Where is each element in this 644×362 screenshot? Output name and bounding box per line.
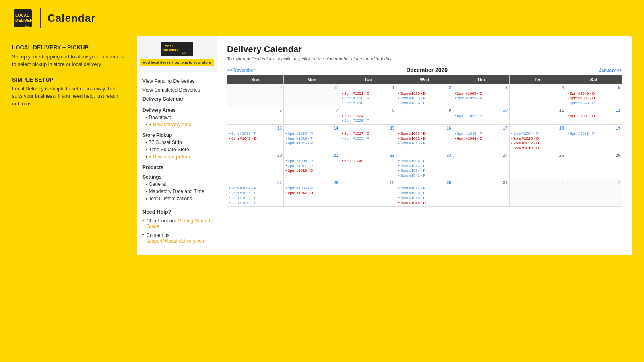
calendar-cell: 1• 2pm #1001 - D• 2pm #1020 - P• 6pm #10…	[340, 84, 396, 107]
calendar-cell: 18• 2pm #1004 - P• 2pm #1025 - D• 2pm #1…	[509, 125, 566, 152]
local-delivery-text: Set up your shopping cart to allow your …	[12, 53, 125, 68]
delivery-item: • 2pm #1024 - D	[342, 113, 394, 118]
timesquare-link[interactable]: Time Square Store	[149, 147, 189, 152]
calendar-cell: 9	[396, 107, 453, 125]
calendar-day-number-link[interactable]: 27	[229, 181, 282, 185]
calendar-day-number-link[interactable]: 21	[285, 153, 338, 158]
calendar-day-number-link[interactable]: 10	[455, 108, 508, 113]
delivery-item: • 2pm #1005 - D	[455, 91, 508, 95]
nav-subitem-new-delivery: • + New delivery area	[142, 121, 211, 128]
calendar-day-number: 25	[511, 153, 564, 158]
simple-setup-text: Local Delivery is simple to set up in a …	[12, 85, 125, 108]
calendar-cell: 21• 2pm #1008 - P• 2pm #1011 - P• 2pm #1…	[284, 152, 340, 179]
getting-started-link[interactable]: Getting Started Guide	[147, 218, 211, 229]
delivery-item: • 2pm #1046 - P	[455, 131, 508, 136]
calendar-day-number-link[interactable]: 15	[342, 126, 394, 130]
calendar-cell: 17• 2pm #1046 - P• 6pm #1044 - D	[453, 125, 509, 152]
calendar-cell: 13• 6pm #1037 - P• 6pm #1042 - D	[227, 125, 284, 152]
calendar-day-number-link[interactable]: 28	[285, 181, 338, 185]
calendar-day-number-link[interactable]: 30	[398, 181, 451, 185]
calendar-day-number-link[interactable]: 8	[342, 108, 394, 113]
77sunset-link[interactable]: 77 Sunset Strip	[149, 140, 182, 145]
delivery-item: • 2pm #1026 - P	[342, 118, 394, 123]
calendar-day-number-link[interactable]: 22	[342, 153, 394, 158]
calendar-day-number-link[interactable]: 17	[455, 126, 508, 130]
calendar-day-number: 31	[455, 181, 508, 185]
delivery-item: • 2pm #1032 - D	[511, 141, 564, 145]
calendar-cell: 12• 6pm #1007 - D	[566, 107, 622, 125]
delivery-item: • 6pm #1013 - P	[398, 141, 451, 145]
bullet-icon: •	[142, 232, 144, 237]
calendar-cell: 24	[453, 152, 509, 179]
mandatory-link[interactable]: Mandatory Date and Time	[149, 189, 204, 194]
logo-icon: LOCAL DELIVERY LD	[12, 7, 34, 29]
calendar-day-number-link[interactable]: 18	[511, 126, 564, 130]
contact-email-link[interactable]: support@local-delivery.com	[147, 238, 206, 244]
nav-store-pickup-label: Store Pickup	[142, 132, 211, 138]
delivery-item: • 6pm #1016 - P	[398, 195, 451, 200]
calendar-cell: 2• 2pm #1028 - D• 2pm #1030 - P• 2pm #10…	[396, 84, 453, 107]
delivery-item: • 2pm #1030 - P	[398, 96, 451, 100]
nav-view-pending[interactable]: View Pending Deliveries	[142, 77, 211, 86]
text-customizations-link[interactable]: Text Customizations	[149, 196, 192, 202]
next-month-nav[interactable]: January >>	[599, 68, 622, 72]
calendar-day-number-link[interactable]: 5	[568, 86, 620, 90]
delivery-item: • 2pm #1034 - P	[398, 101, 451, 105]
delivery-item: • 6pm #1041 - P	[398, 173, 451, 177]
calendar-day-number-link[interactable]: 1	[342, 86, 394, 90]
delivery-item: • 6pm #1027 - P	[455, 113, 508, 118]
nav-subitem-77sunset: • 77 Sunset Strip	[142, 139, 211, 146]
delivery-item: • 2pm #1006 - P	[398, 158, 451, 163]
nav-subitem-mandatory: • Mandatory Date and Time	[142, 188, 211, 195]
calendar-day-number-link[interactable]: 12	[568, 108, 620, 113]
bullet-icon: •	[146, 115, 147, 120]
local-delivery-heading: LOCAL DELIVERY + PICKUP	[12, 44, 125, 51]
nav-subitem-timesquare: • Time Square Store	[142, 146, 211, 153]
nav-settings-label: Settings	[142, 174, 211, 180]
calendar-day-number-link[interactable]: 14	[285, 126, 338, 130]
calendar-day-header: Wed	[396, 75, 453, 84]
new-store-pickup-link[interactable]: + New store pickup	[149, 154, 190, 160]
calendar-day-number-link[interactable]: 13	[229, 126, 282, 130]
bullet-icon: •	[146, 182, 147, 187]
delivery-item: • 2pm #1011 - P	[285, 163, 338, 168]
calendar-cell: 5• 2pm #1040 - D• 6pm #1031 - D• 6pm #10…	[566, 84, 622, 107]
new-delivery-area-link[interactable]: + New delivery area	[149, 122, 192, 128]
nav-delivery-areas-label: Delivery Areas	[142, 107, 211, 113]
calendar-cell: 29	[227, 84, 284, 107]
nav-subitem-text-custom: • Text Customizations	[142, 195, 211, 202]
calendar-title: Delivery Calendar	[227, 44, 622, 55]
calendar-cell: 1	[509, 179, 566, 207]
calendar-day-number-link[interactable]: 16	[398, 126, 451, 130]
delivery-item: • 6pm #1031 - D	[568, 96, 620, 100]
calendar-day-number: 1	[511, 181, 564, 185]
logo-box: LOCAL DELIVERY LD Calendar	[12, 7, 95, 29]
nav-view-completed[interactable]: View Completed Deliveries	[142, 86, 211, 95]
svg-text:DELIVERY: DELIVERY	[15, 18, 34, 23]
delivery-item: • 6pm #1042 - D	[229, 136, 282, 140]
calendar-cell: 26	[566, 152, 622, 179]
need-help-item-contact: • Contact ussupport@local-delivery.com	[142, 232, 211, 244]
general-link[interactable]: General	[149, 181, 166, 187]
prev-month-nav[interactable]: << November	[227, 68, 255, 72]
delivery-item: • 6pm #1037 - P	[229, 131, 282, 136]
need-help-item-guide: • Check out our Getting Started Guide	[142, 218, 211, 229]
calendar-cell: 30• 2pm #1015 - P• 2pm #1038 - P• 6pm #1…	[396, 179, 453, 207]
left-sidebar: LOCAL DELIVERY + PICKUP Set up your shop…	[12, 36, 125, 255]
calendar-day-number-link[interactable]: 2	[398, 86, 451, 90]
downtown-link[interactable]: Downtown	[149, 115, 171, 120]
delivery-item: • 6pm #1035 - P	[568, 131, 620, 136]
calendar-cell: 3• 2pm #1005 - D• 2pm #1023 - P	[453, 84, 509, 107]
calendar-day-number-link[interactable]: 19	[568, 126, 620, 130]
calendar-day-number-link[interactable]: 23	[398, 153, 451, 158]
calendar-day-number-link[interactable]: 3	[455, 86, 508, 90]
nav-delivery-calendar[interactable]: Delivery Calendar	[142, 95, 211, 103]
calendar-cell: 16• 2pm #1003 - D• 6pm #1002 - D• 6pm #1…	[396, 125, 453, 152]
main-layout: LOCAL DELIVERY + PICKUP Set up your shop…	[0, 36, 644, 267]
contact-text: Contact ussupport@local-delivery.com	[147, 232, 206, 244]
add-local-delivery-button[interactable]: Add local delivery options to your store	[140, 59, 215, 66]
calendar-cell: 20	[227, 152, 284, 179]
calendar-cell: 14• 2pm #1050 - P• 6pm #1029 - P• 6pm #1…	[284, 125, 340, 152]
svg-text:LD: LD	[182, 51, 186, 54]
delivery-item: • 2pm #1004 - P	[511, 131, 564, 136]
